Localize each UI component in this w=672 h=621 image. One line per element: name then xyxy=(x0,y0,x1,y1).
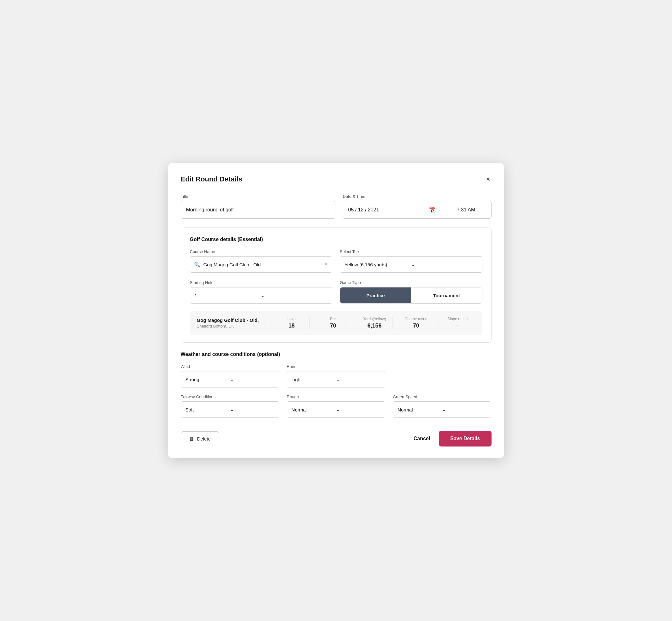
edit-round-modal: Edit Round Details × Title Date & Time 0… xyxy=(168,163,504,458)
yards-label: Yards(Yellow) xyxy=(363,317,386,321)
golf-course-section: Golf Course details (Essential) Course N… xyxy=(181,227,492,343)
course-name-group: Course Name 🔍 ✕ xyxy=(190,249,333,273)
starting-hole-value: 1 xyxy=(195,293,261,298)
course-tee-row: Course Name 🔍 ✕ Select Tee Yellow (6,156… xyxy=(190,249,482,273)
starting-hole-label: Starting Hole xyxy=(190,280,333,285)
time-field[interactable]: 7:31 AM xyxy=(441,201,492,219)
weather-section: Weather and course conditions (optional)… xyxy=(181,351,492,418)
golf-section-title: Golf Course details (Essential) xyxy=(190,237,482,242)
wind-dropdown[interactable]: Strong ⌄ xyxy=(181,371,279,387)
save-button[interactable]: Save Details xyxy=(439,431,491,447)
modal-footer: 🗑 Delete Cancel Save Details xyxy=(181,425,492,447)
course-name-label: Course Name xyxy=(190,249,333,254)
datetime-field-group: Date & Time 05 / 12 / 2021 📅 7:31 AM xyxy=(343,194,492,219)
select-tee-group: Select Tee Yellow (6,156 yards) ⌄ xyxy=(340,249,482,273)
modal-title: Edit Round Details xyxy=(181,175,243,183)
holes-stat: Holes 18 xyxy=(268,317,309,329)
fairway-field: Fairway Conditions Soft ⌄ xyxy=(181,395,279,418)
course-info-name: Gog Magog Golf Club - Old, xyxy=(197,318,268,323)
cancel-button[interactable]: Cancel xyxy=(414,436,430,442)
wind-label: Wind xyxy=(181,364,279,369)
par-label: Par xyxy=(330,317,336,321)
course-rating-label: Course rating xyxy=(405,317,427,321)
starting-hole-dropdown[interactable]: 1 ⌄ xyxy=(190,287,333,303)
rough-value: Normal xyxy=(292,407,336,412)
practice-button[interactable]: Practice xyxy=(340,287,411,303)
starting-hole-group: Starting Hole 1 ⌄ xyxy=(190,280,333,303)
course-rating-stat: Course rating 70 xyxy=(392,317,434,329)
weather-title: Weather and course conditions (optional) xyxy=(181,351,492,357)
clear-course-icon[interactable]: ✕ xyxy=(324,261,328,267)
holes-value: 18 xyxy=(288,323,295,329)
date-value: 05 / 12 / 2021 xyxy=(348,207,379,213)
footer-right: Cancel Save Details xyxy=(414,431,492,447)
select-tee-label: Select Tee xyxy=(340,249,482,254)
chevron-down-icon: ⌄ xyxy=(230,407,275,412)
date-field[interactable]: 05 / 12 / 2021 📅 xyxy=(343,201,441,219)
fairway-dropdown[interactable]: Soft ⌄ xyxy=(181,401,279,418)
course-name-input-wrap[interactable]: 🔍 ✕ xyxy=(190,256,333,273)
modal-header: Edit Round Details × xyxy=(181,174,492,184)
rain-label: Rain xyxy=(287,364,385,369)
yards-value: 6,156 xyxy=(368,323,382,329)
par-stat: Par 70 xyxy=(309,317,351,329)
datetime-inputs: 05 / 12 / 2021 📅 7:31 AM xyxy=(343,201,492,219)
course-info-location: Shelford Bottom, UK xyxy=(197,324,268,329)
wind-field: Wind Strong ⌄ xyxy=(181,364,279,387)
tournament-button[interactable]: Tournament xyxy=(411,287,482,303)
rough-label: Rough xyxy=(287,395,385,399)
course-rating-value: 70 xyxy=(413,323,419,329)
select-tee-value: Yellow (6,156 yards) xyxy=(344,262,411,267)
slope-rating-stat: Slope rating - xyxy=(434,317,475,329)
course-info-row: Gog Magog Golf Club - Old, Shelford Bott… xyxy=(190,311,482,335)
calendar-icon: 📅 xyxy=(429,206,436,213)
chevron-down-icon: ⌄ xyxy=(261,292,328,298)
select-tee-dropdown[interactable]: Yellow (6,156 yards) ⌄ xyxy=(340,256,482,273)
delete-button[interactable]: 🗑 Delete xyxy=(181,431,219,446)
slope-rating-label: Slope rating xyxy=(447,317,468,321)
chevron-down-icon: ⌄ xyxy=(336,376,380,382)
game-type-group: Game Type Practice Tournament xyxy=(340,280,482,303)
close-button[interactable]: × xyxy=(485,174,492,184)
wind-value: Strong xyxy=(185,377,230,382)
title-label: Title xyxy=(181,194,335,199)
par-value: 70 xyxy=(330,323,336,329)
chevron-down-icon: ⌄ xyxy=(442,407,487,412)
green-speed-label: Green Speed xyxy=(393,395,491,399)
wind-rain-row: Wind Strong ⌄ Rain Light ⌄ xyxy=(181,364,492,387)
course-name-input[interactable] xyxy=(204,262,321,267)
delete-label: Delete xyxy=(197,436,211,442)
top-row: Title Date & Time 05 / 12 / 2021 📅 7:31 … xyxy=(181,194,492,219)
rain-value: Light xyxy=(292,377,336,382)
green-speed-value: Normal xyxy=(397,407,442,412)
fairway-rough-green-row: Fairway Conditions Soft ⌄ Rough Normal ⌄… xyxy=(181,395,492,418)
game-type-label: Game Type xyxy=(340,280,482,285)
title-field-group: Title xyxy=(181,194,335,219)
rain-field: Rain Light ⌄ xyxy=(287,364,385,387)
green-speed-dropdown[interactable]: Normal ⌄ xyxy=(393,401,491,418)
hole-gametype-row: Starting Hole 1 ⌄ Game Type Practice Tou… xyxy=(190,280,482,303)
rough-dropdown[interactable]: Normal ⌄ xyxy=(287,401,385,418)
chevron-down-icon: ⌄ xyxy=(230,376,275,382)
trash-icon: 🗑 xyxy=(189,436,194,442)
course-info-name-group: Gog Magog Golf Club - Old, Shelford Bott… xyxy=(197,318,268,329)
chevron-down-icon: ⌄ xyxy=(411,261,478,267)
chevron-down-icon: ⌄ xyxy=(336,407,380,412)
game-type-toggle: Practice Tournament xyxy=(340,287,482,303)
search-icon: 🔍 xyxy=(194,261,200,267)
fairway-value: Soft xyxy=(185,407,230,412)
rain-dropdown[interactable]: Light ⌄ xyxy=(287,371,385,387)
datetime-label: Date & Time xyxy=(343,194,492,199)
green-speed-field: Green Speed Normal ⌄ xyxy=(393,395,491,418)
rough-field: Rough Normal ⌄ xyxy=(287,395,385,418)
yards-stat: Yards(Yellow) 6,156 xyxy=(351,317,392,329)
slope-rating-value: - xyxy=(457,323,458,329)
fairway-label: Fairway Conditions xyxy=(181,395,279,399)
title-input[interactable] xyxy=(181,201,335,219)
holes-label: Holes xyxy=(287,317,297,321)
time-value: 7:31 AM xyxy=(457,207,475,213)
